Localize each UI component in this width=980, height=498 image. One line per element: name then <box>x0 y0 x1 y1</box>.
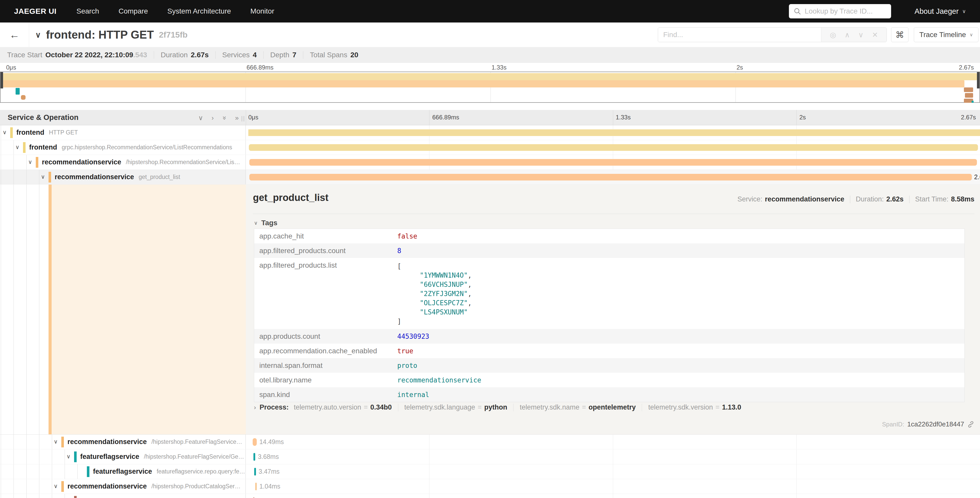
summary-value: 7 <box>293 51 297 59</box>
spanid-row: SpanID: 1ca2262df0e18447 <box>882 420 974 428</box>
summary-separator <box>303 51 303 59</box>
trace-lookup-box[interactable] <box>789 4 891 18</box>
spanid-value: 1ca2262df0e18447 <box>907 420 964 428</box>
timeline-tick-label: 2.67s <box>961 114 976 121</box>
indent-guide <box>26 434 27 449</box>
selected-span-highlight <box>52 185 246 434</box>
span-duration-bar[interactable] <box>255 483 257 490</box>
span-row-recommendationservice[interactable]: ∨recommendationservice/hipstershop.Produ… <box>0 479 980 494</box>
process-value: 1.13.0 <box>722 404 741 411</box>
span-row-timeline[interactable]: 3.68ms <box>246 449 980 464</box>
span-row-timeline[interactable] <box>246 125 980 140</box>
span-service-name: frontend <box>29 144 57 152</box>
span-row-recommendationservice[interactable]: ∨recommendationservice/hipstershop.Recom… <box>0 155 980 170</box>
span-duration-bar[interactable] <box>253 438 257 446</box>
prev-result-icon[interactable]: ∧ <box>845 31 850 39</box>
link-icon[interactable] <box>967 421 974 428</box>
collapse-trace-icon[interactable]: ∨ <box>35 30 41 39</box>
trace-view-label: Trace Timeline <box>920 31 966 39</box>
nav-link-system-architecture[interactable]: System Architecture <box>167 7 231 15</box>
tag-value-text: 8 <box>397 247 401 255</box>
span-row-frontend[interactable]: ∨frontendgrpc.hipstershop.Recommendation… <box>0 140 980 155</box>
span-row-recommendationservice[interactable]: ∨recommendationservice/hipstershop.Featu… <box>0 434 980 449</box>
process-value: python <box>484 404 508 411</box>
span-row-timeline[interactable]: 14.49ms <box>246 434 980 449</box>
span-row-partial[interactable] <box>0 494 980 498</box>
chevron-down-icon[interactable]: ∨ <box>28 159 32 165</box>
span-row-featureflagservice[interactable]: ∨featureflagservice/hipstershop.FeatureF… <box>0 449 980 464</box>
minimap-left-scrubber[interactable] <box>0 72 3 88</box>
process-kvs: telemetry.auto.version=0.34b0telemetry.s… <box>294 404 741 411</box>
span-row-left: ∨frontendHTTP GET <box>0 125 246 140</box>
tag-key: otel.library.name <box>254 373 397 384</box>
keyboard-shortcuts-button[interactable]: ⌘ <box>891 27 908 42</box>
process-key: telemetry.sdk.name <box>520 404 579 411</box>
find-input[interactable] <box>658 28 821 42</box>
span-row-timeline[interactable] <box>246 155 980 169</box>
clear-find-icon[interactable]: ✕ <box>872 31 878 39</box>
collapse-one-icon[interactable]: ∨ <box>198 114 203 122</box>
back-button[interactable]: ← <box>0 22 29 47</box>
span-duration-bar[interactable] <box>249 159 977 166</box>
span-row-timeline[interactable]: 3.47ms <box>246 464 980 479</box>
nav-link-search[interactable]: Search <box>76 7 99 15</box>
nav-link-monitor[interactable]: Monitor <box>250 7 274 15</box>
chevron-down-icon: ∨ <box>254 220 258 226</box>
tag-row: internal.span.formatproto <box>254 358 964 373</box>
chevron-down-icon[interactable]: ∨ <box>54 483 58 490</box>
chevron-down-icon[interactable]: ∨ <box>67 453 70 460</box>
collapse-all-icon[interactable]: » <box>221 116 229 120</box>
tag-value-text: proto <box>397 362 417 369</box>
trace-view-selector[interactable]: Trace Timeline ∨ <box>914 27 978 42</box>
find-tools: ◎ ∧ ∨ ✕ <box>821 28 886 42</box>
span-duration-bar[interactable] <box>254 468 256 476</box>
trace-lookup-input[interactable] <box>805 7 886 15</box>
chevron-down-icon[interactable]: ∨ <box>3 129 6 136</box>
json-array-item: "OLJCESPC7Z", <box>397 298 472 308</box>
chevron-down-icon[interactable]: ∨ <box>15 144 19 150</box>
span-row-labels: recommendationservice/hipstershop.Featur… <box>67 434 242 449</box>
nav-link-compare[interactable]: Compare <box>119 7 148 15</box>
panel-resizer[interactable]: || <box>241 115 245 122</box>
process-equals: = <box>478 404 482 411</box>
timeline-tick-label: 1.33s <box>616 114 631 121</box>
summary-separator <box>263 51 264 59</box>
minimap-right-scrubber[interactable] <box>977 72 980 88</box>
chevron-down-icon[interactable]: ∨ <box>54 439 58 445</box>
trace-minimap[interactable] <box>0 72 980 103</box>
span-row-timeline[interactable] <box>246 494 980 498</box>
span-row-timeline[interactable]: 1.04ms <box>246 479 980 494</box>
span-row-recommendationservice[interactable]: ∨recommendationserviceget_product_list2.… <box>0 170 980 185</box>
span-row-frontend[interactable]: ∨frontendHTTP GET <box>0 125 980 140</box>
service-color-bar <box>74 496 76 498</box>
span-row-timeline[interactable]: 2.62s <box>246 170 980 184</box>
span-row-timeline[interactable] <box>246 140 980 155</box>
span-row-featureflagservice[interactable]: featureflagservicefeatureflagservice.rep… <box>0 464 980 479</box>
process-separator <box>513 404 514 411</box>
span-duration-bar[interactable] <box>253 453 255 461</box>
indent-guide <box>77 464 78 479</box>
json-string: "66VCHSJNUP" <box>420 281 468 288</box>
process-row[interactable]: › Process: telemetry.auto.version=0.34b0… <box>254 404 741 411</box>
locate-icon[interactable]: ◎ <box>830 31 836 39</box>
process-key: telemetry.sdk.language <box>404 404 475 411</box>
expand-one-icon[interactable]: › <box>212 114 214 122</box>
tag-value-text: 44530923 <box>397 333 429 340</box>
tags-section-toggle[interactable]: ∨ Tags <box>254 219 277 227</box>
trace-summary-bar: Trace StartOctober 22 2022, 22:10:09.543… <box>0 47 980 63</box>
expand-all-icon[interactable]: » <box>235 114 239 122</box>
tag-value: internal <box>397 387 429 399</box>
next-result-icon[interactable]: ∨ <box>858 31 864 39</box>
brand-jaeger-ui[interactable]: JAEGER UI <box>14 7 56 16</box>
span-duration-bar[interactable] <box>248 129 980 136</box>
span-duration-bar[interactable] <box>249 174 972 180</box>
span-detail-panel: get_product_list Service: recommendation… <box>246 185 980 434</box>
json-open-bracket: [ <box>397 262 472 271</box>
span-operation-name: /hipstershop.RecommendationService/Lis… <box>126 159 240 166</box>
summary-value: 20 <box>350 51 358 59</box>
tag-row: app.cache_hitfalse <box>254 229 964 243</box>
span-duration-bar[interactable] <box>249 144 978 151</box>
indent-guide <box>26 170 27 184</box>
about-jaeger-menu[interactable]: About Jaeger ∨ <box>915 7 966 16</box>
chevron-down-icon[interactable]: ∨ <box>41 174 45 180</box>
